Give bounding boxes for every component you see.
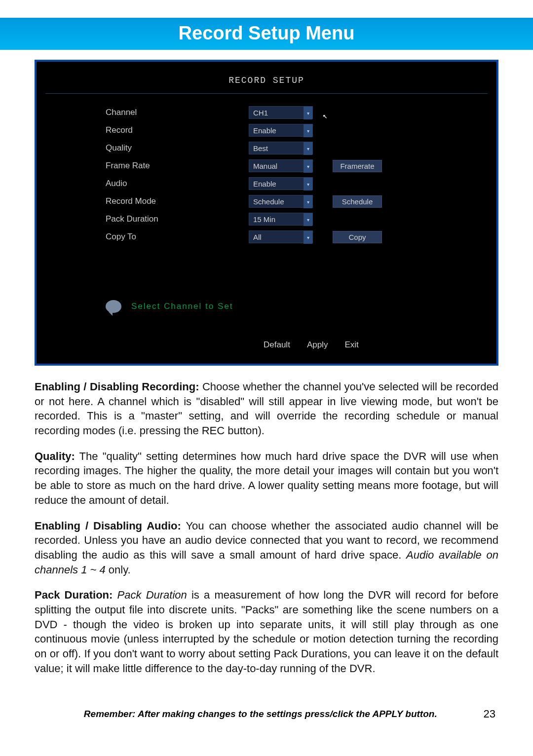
apply-button[interactable]: Apply <box>307 340 328 350</box>
row-record: Record Enable ▾ <box>106 121 496 139</box>
footer-reminder: Remember: After making changes to the se… <box>38 709 484 719</box>
chevron-down-icon: ▾ <box>304 107 312 119</box>
label-channel: Channel <box>106 108 249 117</box>
row-framerate: Frame Rate Manual ▾ Framerate <box>106 157 496 175</box>
select-value: All <box>253 233 262 241</box>
label-recordmode: Record Mode <box>106 196 249 206</box>
page-title: Record Setup Menu <box>179 23 355 43</box>
para-pack: Pack Duration: Pack Duration is a measur… <box>35 588 498 676</box>
schedule-button[interactable]: Schedule <box>333 195 382 208</box>
select-value: 15 Min <box>253 215 275 224</box>
para-quality-heading: Quality: <box>35 450 75 462</box>
speech-bubble-icon <box>106 300 121 313</box>
para-recording-heading: Enabling / Disabling Recording: <box>35 380 199 393</box>
dvr-screenshot: RECORD SETUP Channel CH1 ▾ ↖ Record Enab… <box>35 60 498 366</box>
doc-text: Enabling / Disabling Recording: Choose w… <box>35 379 498 676</box>
page-header: Record Setup Menu <box>0 18 533 50</box>
select-record[interactable]: Enable ▾ <box>249 124 313 137</box>
row-channel: Channel CH1 ▾ <box>106 104 496 121</box>
select-recordmode[interactable]: Schedule ▾ <box>249 195 313 208</box>
hint-row: Select Channel to Set <box>106 300 496 313</box>
select-value: Enable <box>253 180 276 188</box>
bottom-buttons: Default Apply Exit <box>264 340 359 350</box>
row-quality: Quality Best ▾ <box>106 139 496 157</box>
page-number: 23 <box>484 708 495 720</box>
select-quality[interactable]: Best ▾ <box>249 142 313 154</box>
page-body: RECORD SETUP Channel CH1 ▾ ↖ Record Enab… <box>0 60 533 735</box>
para-recording: Enabling / Disabling Recording: Choose w… <box>35 379 498 438</box>
para-pack-em: Pack Duration <box>113 589 187 601</box>
chevron-down-icon: ▾ <box>304 231 312 244</box>
chevron-down-icon: ▾ <box>304 160 312 173</box>
row-copyto: Copy To All ▾ Copy <box>106 228 496 246</box>
row-packduration: Pack Duration 15 Min ▾ <box>106 210 496 228</box>
copy-button[interactable]: Copy <box>333 231 382 243</box>
select-value: CH1 <box>253 109 268 117</box>
para-quality-body: The "quality" setting determines how muc… <box>35 450 498 506</box>
label-packduration: Pack Duration <box>106 214 249 224</box>
chevron-down-icon: ▾ <box>304 195 312 208</box>
select-value: Schedule <box>253 197 284 206</box>
row-audio: Audio Enable ▾ <box>106 175 496 192</box>
para-audio-body-b: only. <box>109 564 131 576</box>
para-pack-body: is a measurement of how long the DVR wil… <box>35 589 498 674</box>
chevron-down-icon: ▾ <box>304 142 312 155</box>
default-button[interactable]: Default <box>264 340 290 350</box>
dvr-title: RECORD SETUP <box>37 62 496 90</box>
select-audio[interactable]: Enable ▾ <box>249 177 313 190</box>
para-quality: Quality: The "quality" setting determine… <box>35 449 498 508</box>
select-packduration[interactable]: 15 Min ▾ <box>249 213 313 226</box>
select-copyto[interactable]: All ▾ <box>249 230 313 243</box>
row-recordmode: Record Mode Schedule ▾ Schedule <box>106 192 496 210</box>
label-quality: Quality <box>106 143 249 153</box>
para-audio: Enabling / Disabling Audio: You can choo… <box>35 519 498 577</box>
para-audio-heading: Enabling / Disabling Audio: <box>35 520 181 532</box>
select-value: Best <box>253 144 268 152</box>
cursor-icon: ↖ <box>323 111 328 121</box>
chevron-down-icon: ▾ <box>304 213 312 226</box>
select-channel[interactable]: CH1 ▾ <box>249 106 313 119</box>
footer: Remember: After making changes to the se… <box>35 708 498 720</box>
label-copyto: Copy To <box>106 232 249 242</box>
chevron-down-icon: ▾ <box>304 124 312 137</box>
select-value: Manual <box>253 162 277 170</box>
para-pack-heading: Pack Duration: <box>35 589 113 601</box>
select-value: Enable <box>253 126 276 135</box>
select-framerate[interactable]: Manual ▾ <box>249 159 313 172</box>
divider <box>45 93 488 94</box>
framerate-button[interactable]: Framerate <box>333 160 382 172</box>
label-record: Record <box>106 125 249 135</box>
chevron-down-icon: ▾ <box>304 178 312 190</box>
label-framerate: Frame Rate <box>106 161 249 171</box>
label-audio: Audio <box>106 179 249 189</box>
exit-button[interactable]: Exit <box>344 340 358 350</box>
hint-text: Select Channel to Set <box>131 302 233 311</box>
